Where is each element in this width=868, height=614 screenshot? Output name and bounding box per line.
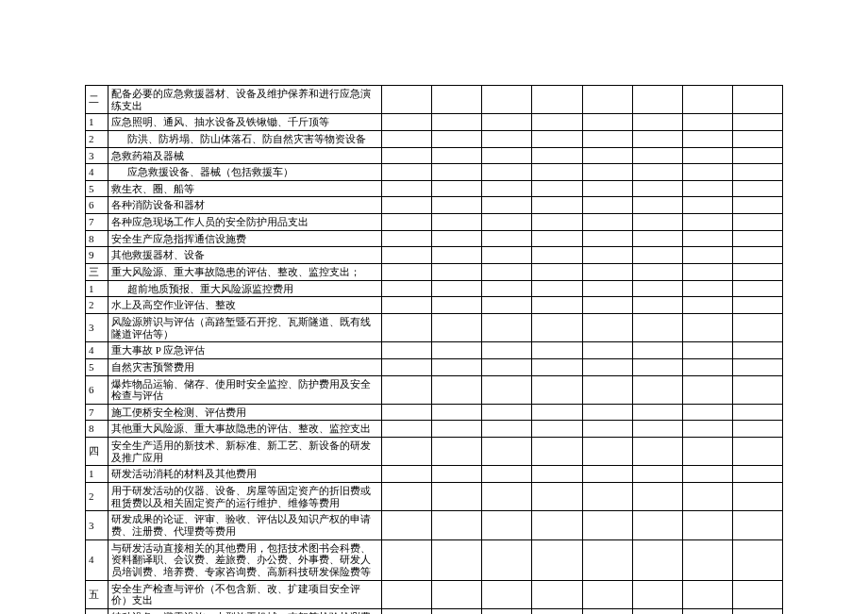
table-row: 7施工便桥安全检测、评估费用 [86,404,783,421]
blank-cell [682,483,732,511]
blank-cell [632,466,682,483]
blank-cell [732,214,782,231]
row-number: 8 [86,421,108,438]
blank-cell [632,483,682,511]
blank-cell [732,130,782,147]
blank-cell [432,214,482,231]
blank-cell [482,164,532,181]
blank-cell [432,511,482,539]
blank-cell [432,247,482,264]
blank-cell [432,438,482,466]
blank-cell [532,404,582,421]
row-number: 三 [86,264,108,281]
table-row: 二配备必要的应急救援器材、设备及维护保养和进行应急演练支出 [86,86,783,114]
blank-cell [532,438,582,466]
table-row: 5救生衣、圈、船等 [86,180,783,197]
blank-cell [682,608,732,614]
blank-cell [732,404,782,421]
table-row: 四安全生产适用的新技术、新标准、新工艺、新设备的研发及推广应用 [86,438,783,466]
blank-cell [732,164,782,181]
blank-cell [732,466,782,483]
blank-cell [532,86,582,114]
row-description: 水上及高空作业评估、整改 [108,297,382,314]
table-row: 4重大事故 P 应急评估 [86,342,783,359]
blank-cell [532,230,582,247]
blank-cell [482,114,532,131]
row-description: 安全生产适用的新技术、新标准、新工艺、新设备的研发及推广应用 [108,438,382,466]
blank-cell [532,375,582,404]
row-number: 7 [86,404,108,421]
blank-cell [532,164,582,181]
blank-cell [482,375,532,404]
row-number: 9 [86,247,108,264]
blank-cell [732,438,782,466]
table-row: 2防洪、防坍塌、防山体落石、防自然灾害等物资设备 [86,130,783,147]
blank-cell [732,247,782,264]
blank-cell [482,511,532,539]
blank-cell [632,147,682,164]
row-description: 重大风险源、重大事故隐患的评估、整改、监控支出； [108,264,382,281]
blank-cell [632,404,682,421]
blank-cell [582,421,632,438]
blank-cell [532,247,582,264]
blank-cell [482,197,532,214]
blank-cell [632,421,682,438]
blank-cell [582,539,632,580]
blank-cell [632,247,682,264]
blank-cell [632,130,682,147]
blank-cell [432,280,482,297]
row-number: 5 [86,358,108,375]
blank-cell [532,280,582,297]
row-number: 1 [86,608,108,614]
table-row: 1研发活动消耗的材料及其他费用 [86,466,783,483]
row-number: 6 [86,375,108,404]
blank-cell [732,483,782,511]
blank-cell [482,421,532,438]
blank-cell [682,466,732,483]
blank-cell [682,86,732,114]
row-description: 其他救援器材、设备 [108,247,382,264]
blank-cell [632,297,682,314]
row-description: 爆炸物品运输、储存、使用时安全监控、防护费用及安全检查与评估 [108,375,382,404]
blank-cell [732,421,782,438]
blank-cell [382,247,432,264]
blank-cell [682,130,732,147]
blank-cell [482,180,532,197]
blank-cell [432,466,482,483]
row-number: 4 [86,164,108,181]
row-description: 其他重大风险源、重大事故隐患的评估、整改、监控支出 [108,421,382,438]
row-number: 3 [86,511,108,539]
blank-cell [432,421,482,438]
blank-cell [732,297,782,314]
blank-cell [532,264,582,281]
blank-cell [682,214,732,231]
table-row: 五安全生产检查与评价（不包含新、改、扩建项目安全评价）支出 [86,580,783,608]
table-row: 4应急救援设备、器械（包括救援车） [86,164,783,181]
blank-cell [432,580,482,608]
blank-cell [432,313,482,341]
blank-cell [682,313,732,341]
row-description: 配备必要的应急救援器材、设备及维护保养和进行应急演练支出 [108,86,382,114]
blank-cell [532,147,582,164]
blank-cell [632,197,682,214]
row-number: 8 [86,230,108,247]
blank-cell [432,342,482,359]
row-description: 特种设备、避雷设施、大型施工机械、支架等检验检测费 [108,608,382,614]
table-row: 1特种设备、避雷设施、大型施工机械、支架等检验检测费 [86,608,783,614]
row-description: 急救药箱及器械 [108,147,382,164]
blank-cell [582,197,632,214]
blank-cell [532,197,582,214]
blank-cell [632,539,682,580]
blank-cell [482,313,532,341]
blank-cell [482,86,532,114]
blank-cell [382,580,432,608]
blank-cell [482,130,532,147]
blank-cell [682,230,732,247]
row-number: 五 [86,580,108,608]
blank-cell [582,313,632,341]
blank-cell [582,580,632,608]
blank-cell [382,375,432,404]
blank-cell [732,608,782,614]
blank-cell [432,539,482,580]
blank-cell [632,280,682,297]
